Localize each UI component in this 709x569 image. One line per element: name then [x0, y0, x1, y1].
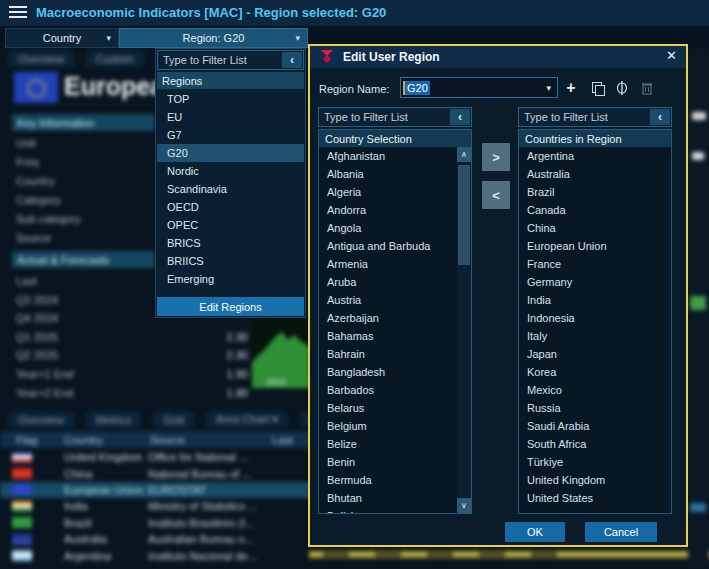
country-list-item[interactable]: Canada: [519, 201, 671, 219]
country-list-item[interactable]: Albania: [319, 165, 457, 183]
chevron-down-icon[interactable]: ▾: [546, 83, 551, 93]
region-list-item[interactable]: BRIICS: [157, 252, 304, 270]
region-list-item[interactable]: Emerging: [157, 270, 304, 288]
scroll-up-icon[interactable]: ∧: [457, 147, 471, 162]
regions-list-header: Regions: [157, 72, 304, 89]
table-row[interactable]: Brazil Instituto Brasileiro (I...: [0, 515, 320, 531]
country-list-item[interactable]: Aruba: [319, 273, 457, 291]
tab[interactable]: Custom: [86, 50, 144, 67]
table-row[interactable]: United Kingdom Office for National ...: [0, 449, 320, 465]
dialog-header[interactable]: Edit User Region ✕: [310, 46, 686, 68]
region-list-item[interactable]: Scandinavia: [157, 180, 304, 198]
close-icon[interactable]: ✕: [666, 48, 677, 63]
countries-in-region-list: ArgentinaAustraliaBrazilCanadaChinaEurop…: [519, 147, 671, 507]
country-list-item[interactable]: United States: [519, 489, 671, 507]
country-list-item[interactable]: Armenia: [319, 255, 457, 273]
region-name-combobox[interactable]: G20 ▾: [400, 77, 558, 98]
collapse-filter-button[interactable]: ‹: [282, 52, 302, 68]
tab[interactable]: Metrics: [86, 411, 141, 428]
key-info-label: Country: [16, 172, 81, 191]
filter-placeholder: Type to Filter List: [519, 111, 650, 123]
countries-in-region-filter-input[interactable]: Type to Filter List ‹: [518, 107, 672, 127]
country-list-item[interactable]: Bermuda: [319, 471, 457, 489]
country-list-item[interactable]: Belgium: [319, 417, 457, 435]
table-row[interactable]: Australia Australian Bureau o...: [0, 531, 320, 547]
tab[interactable]: Overview: [8, 50, 74, 67]
country-list-item[interactable]: Austria: [319, 291, 457, 309]
country-list-item[interactable]: European Union: [519, 237, 671, 255]
country-list-item[interactable]: Barbados: [319, 381, 457, 399]
region-list-item[interactable]: G20: [157, 144, 304, 162]
country-list-item[interactable]: Türkiye: [519, 453, 671, 471]
country-list-item[interactable]: Bahrain: [319, 345, 457, 363]
table-row[interactable]: Argentina Instituto Nacional de...: [0, 547, 320, 563]
table-row[interactable]: European Union EUROSTAT: [0, 482, 320, 498]
scrollbar-thumb[interactable]: [458, 165, 470, 265]
region-list-item[interactable]: OPEC: [157, 216, 304, 234]
country-list-item[interactable]: Azerbaijan: [319, 309, 457, 327]
region-list-item[interactable]: OECD: [157, 198, 304, 216]
region-dropdown-label: Region: G20: [183, 32, 245, 44]
table-row[interactable]: India Ministry of Statistics ...: [0, 498, 320, 514]
country-list-item[interactable]: Italy: [519, 327, 671, 345]
scroll-down-icon[interactable]: ∨: [457, 498, 471, 513]
country-list-item[interactable]: Argentina: [519, 147, 671, 165]
cancel-button[interactable]: Cancel: [585, 522, 657, 542]
edit-regions-button[interactable]: Edit Regions: [157, 297, 304, 316]
scrollbar[interactable]: ∧ ∨: [457, 147, 471, 513]
country-list-item[interactable]: Bangladesh: [319, 363, 457, 381]
country-dropdown[interactable]: Country ▾: [5, 28, 119, 48]
country-list-item[interactable]: India: [519, 291, 671, 309]
add-region-button[interactable]: +: [562, 79, 580, 96]
country-list-item[interactable]: Australia: [519, 165, 671, 183]
country-list-item[interactable]: Bolivia: [319, 507, 457, 514]
country-list-item[interactable]: Algeria: [319, 183, 457, 201]
regions-dropdown-panel: Type to Filter List ‹ Regions TOPEUG7G20…: [155, 48, 306, 318]
key-information-header: Key Information: [12, 114, 155, 131]
region-list-item[interactable]: Nordic: [157, 162, 304, 180]
country-list-item[interactable]: Andorra: [319, 201, 457, 219]
copy-region-icon[interactable]: [588, 79, 606, 96]
country-list-item[interactable]: Antigua and Barbuda: [319, 237, 457, 255]
move-right-button[interactable]: >: [482, 143, 510, 171]
move-left-button[interactable]: <: [482, 181, 510, 209]
country-list-item[interactable]: Benin: [319, 453, 457, 471]
country-list-item[interactable]: Russia: [519, 399, 671, 417]
tab[interactable]: Overview: [8, 411, 74, 428]
flag-icon: [12, 534, 32, 545]
country-list-item[interactable]: Germany: [519, 273, 671, 291]
country-selection-filter-input[interactable]: Type to Filter List ‹: [318, 107, 472, 127]
country-list-item[interactable]: Japan: [519, 345, 671, 363]
region-list-item[interactable]: BRICS: [157, 234, 304, 252]
region-dropdown[interactable]: Region: G20 ▾: [119, 28, 308, 48]
region-list-item[interactable]: EU: [157, 108, 304, 126]
collapse-filter-button[interactable]: ‹: [650, 109, 670, 125]
country-list-item[interactable]: Bahamas: [319, 327, 457, 345]
flag-icon: [12, 452, 32, 463]
collapse-filter-button[interactable]: ‹: [450, 109, 470, 125]
region-list-item[interactable]: TOP: [157, 90, 304, 108]
tab[interactable]: Area Chart ▾: [206, 411, 288, 428]
region-list-item[interactable]: G7: [157, 126, 304, 144]
regions-filter-input[interactable]: Type to Filter List ‹: [157, 50, 304, 70]
country-list-item[interactable]: Indonesia: [519, 309, 671, 327]
country-list-item[interactable]: Bhutan: [319, 489, 457, 507]
country-list-item[interactable]: Angola: [319, 219, 457, 237]
country-list-item[interactable]: Saudi Arabia: [519, 417, 671, 435]
ok-button[interactable]: OK: [505, 522, 565, 542]
country-list-item[interactable]: South Africa: [519, 435, 671, 453]
country-list-item[interactable]: Belize: [319, 435, 457, 453]
country-list-item[interactable]: Korea: [519, 363, 671, 381]
title-bar: Macroeconomic Indicators [MAC] - Region …: [0, 0, 709, 26]
country-list-item[interactable]: Brazil: [519, 183, 671, 201]
country-list-item[interactable]: Mexico: [519, 381, 671, 399]
country-list-item[interactable]: France: [519, 255, 671, 273]
menu-icon[interactable]: [9, 6, 27, 19]
country-list-item[interactable]: United Kingdom: [519, 471, 671, 489]
country-list-item[interactable]: Afghanistan: [319, 147, 457, 165]
rename-region-icon[interactable]: [613, 79, 631, 96]
table-row[interactable]: China National Bureau of ...: [0, 465, 320, 481]
tab[interactable]: Grid: [153, 411, 194, 428]
country-list-item[interactable]: Belarus: [319, 399, 457, 417]
country-list-item[interactable]: China: [519, 219, 671, 237]
